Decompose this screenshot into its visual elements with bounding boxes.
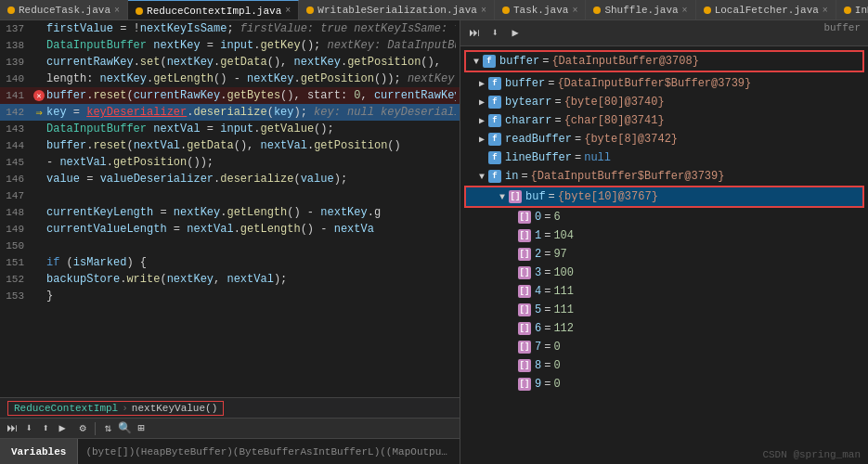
code-line-146: 146 value = valueDeserializer.deserializ… (0, 171, 460, 187)
debug-toolbar: ⏭ ⬇ ▶ buffer (460, 20, 868, 46)
editor-panel: 137 firstValue = !nextKeyIsSame; firstVa… (0, 20, 460, 464)
tree-item-in[interactable]: ▼ f in = {DataInputBuffer$Buffer@3739} (460, 167, 868, 186)
field-icon-readbuffer: f (488, 133, 501, 146)
arr-icon-8: [] (518, 359, 531, 372)
variables-panel: Variables (byte[])(HeapByteBuffer)(ByteB… (0, 438, 460, 464)
tree-item-bytearr[interactable]: ▶ f bytearr = {byte[80]@3740} (460, 93, 868, 111)
tree-item-idx-5[interactable]: ▶ [] 5 = 111 (460, 301, 868, 319)
separator (95, 422, 96, 435)
field-icon-buffer: f (488, 77, 501, 90)
tree-item-idx-2[interactable]: ▶ [] 2 = 97 (460, 245, 868, 264)
tab-icon-local-fetcher (704, 6, 711, 14)
code-line-147: 147 (0, 187, 460, 204)
field-icon-bytearr: f (488, 96, 501, 109)
step-out-button[interactable]: ⬆ (37, 420, 54, 437)
tree-item-chararr[interactable]: ▶ f chararr = {char[80]@3741} (460, 111, 868, 130)
tab-reduce-task[interactable]: ReduceTask.java × (0, 0, 128, 20)
tree-item-idx-7[interactable]: ▶ [] 7 = 0 (460, 338, 868, 356)
arr-icon-4: [] (518, 285, 531, 298)
code-line-137: 137 firstValue = !nextKeyIsSame; firstVa… (0, 20, 460, 37)
resume-button[interactable]: ▶ (54, 420, 71, 437)
tree-item-buffer-root[interactable]: ▼ f buffer = {DataInputBuffer@3708} (466, 52, 862, 71)
breadcrumb-bar: ReduceContextImpl › nextKeyValue() (0, 397, 460, 418)
variables-content: (byte[])(HeapByteBuffer)(ByteBufferAsInt… (78, 446, 460, 458)
editor-debug-row: 137 firstValue = !nextKeyIsSame; firstVa… (0, 20, 868, 464)
tree-item-idx-6[interactable]: ▶ [] 6 = 112 (460, 319, 868, 338)
code-line-141: 141 ✕ buffer.reset(currentRawKey.getByte… (0, 87, 460, 104)
expand-button[interactable]: ⊞ (133, 420, 149, 437)
step-into-button[interactable]: ⬇ (20, 420, 37, 437)
tab-writable-serialization[interactable]: WritableSerialization.java × (299, 0, 495, 20)
close-icon[interactable]: × (682, 6, 688, 16)
code-line-153: 153 } (0, 288, 460, 304)
tab-task[interactable]: Task.java × (495, 0, 586, 20)
debug-step-over[interactable]: ⏭ (466, 25, 483, 42)
buf-node-box: ▼ [] buf = {byte[10]@3767} (464, 186, 864, 208)
code-line-142: 142 ⇒ key = keyDeserializer.deserialize(… (0, 104, 460, 121)
tab-icon-reduce-context-impl (136, 7, 143, 15)
code-line-138: 138 DataInputBuffer nextKey = input.getK… (0, 37, 460, 54)
code-line-145: 145 - nextVal.getPosition()); (0, 154, 460, 171)
arr-icon-9: [] (518, 378, 531, 391)
code-line-152: 152 backupStore.write(nextKey, nextVal); (0, 271, 460, 288)
filter-button[interactable]: 🔍 (116, 420, 133, 437)
tab-reduce-context-impl[interactable]: ReduceContextImpl.java × (128, 0, 299, 20)
arr-icon-3: [] (518, 266, 531, 279)
debug-step-into[interactable]: ⬇ (486, 25, 503, 42)
tab-icon-in-memory-map-output (844, 6, 851, 14)
tree-item-idx-4[interactable]: ▶ [] 4 = 111 (460, 282, 868, 301)
arr-icon-2: [] (518, 248, 531, 261)
sort-button[interactable]: ⇅ (99, 420, 116, 437)
tab-bar: ReduceTask.java × ReduceContextImpl.java… (0, 0, 868, 20)
field-icon-in: f (488, 170, 501, 183)
close-icon[interactable]: × (285, 6, 291, 16)
tab-icon-reduce-task (7, 6, 15, 14)
field-icon-linebuffer: f (488, 151, 501, 164)
buffer-label: buffer (823, 22, 861, 33)
close-icon[interactable]: × (823, 6, 828, 16)
tab-icon-task (502, 6, 510, 14)
arr-icon-5: [] (518, 303, 531, 316)
code-line-148: 148 currentKeyLength = nextKey.getLength… (0, 204, 460, 221)
watermark: CSDN @spring_man (762, 449, 861, 460)
arr-icon-buf: [] (509, 190, 522, 203)
step-over-button[interactable]: ⏭ (4, 420, 20, 437)
debug-panel: ⏭ ⬇ ▶ buffer ▼ f buffer = {DataInputBuff… (460, 20, 868, 464)
debug-resume[interactable]: ▶ (507, 25, 524, 42)
tree-item-idx-0[interactable]: ▶ [] 0 = 6 (460, 208, 868, 226)
field-icon-chararr: f (488, 114, 501, 127)
tree-item-readbuffer[interactable]: ▶ f readBuffer = {byte[8]@3742} (460, 130, 868, 148)
arr-icon-7: [] (518, 341, 531, 354)
code-line-140: 140 length: nextKey.getLength() - nextKe… (0, 71, 460, 87)
code-line-143: 143 DataInputBuffer nextVal = input.getV… (0, 121, 460, 137)
variables-tab[interactable]: Variables (0, 439, 78, 464)
panel-toolbar: ⏭ ⬇ ⬆ ▶ ⚙ ⇅ 🔍 ⊞ (0, 418, 460, 438)
tree-item-idx-3[interactable]: ▶ [] 3 = 100 (460, 264, 868, 282)
tree-item-buf[interactable]: ▼ [] buf = {byte[10]@3767} (466, 187, 862, 206)
tree-item-buffer-in[interactable]: ▶ f buffer = {DataInputBuffer$Buffer@373… (460, 74, 868, 93)
code-line-150: 150 (0, 238, 460, 254)
arr-icon-6: [] (518, 322, 531, 335)
close-icon[interactable]: × (572, 6, 577, 16)
current-line-arrow: ⇒ (35, 106, 42, 120)
debug-tree[interactable]: ▼ f buffer = {DataInputBuffer@3708} ▶ f … (460, 46, 868, 464)
tree-item-idx-9[interactable]: ▶ [] 9 = 0 (460, 375, 868, 393)
app-container: ReduceTask.java × ReduceContextImpl.java… (0, 0, 868, 464)
close-icon[interactable]: × (481, 6, 486, 16)
code-line-139: 139 currentRawKey.set(nextKey.getData(),… (0, 54, 460, 71)
error-indicator: ✕ (33, 90, 45, 101)
tab-local-fetcher[interactable]: LocalFetcher.java × (696, 0, 836, 20)
close-icon[interactable]: × (114, 6, 120, 16)
breadcrumb-box: ReduceContextImpl › nextKeyValue() (7, 401, 224, 416)
tree-item-idx-1[interactable]: ▶ [] 1 = 104 (460, 226, 868, 245)
code-line-149: 149 currentValueLength = nextVal.getLeng… (0, 221, 460, 238)
field-icon-buffer-root: f (483, 55, 496, 68)
settings-button[interactable]: ⚙ (74, 420, 91, 437)
tree-item-linebuffer[interactable]: ▶ f lineBuffer = null (460, 148, 868, 167)
code-line-151: 151 if (isMarked) { (0, 254, 460, 271)
arr-icon-1: [] (518, 229, 531, 242)
tab-shuffle[interactable]: Shuffle.java × (586, 0, 695, 20)
tab-in-memory-map-output[interactable]: InMemoryMapOutput.java × (836, 0, 868, 20)
tab-icon-shuffle (593, 6, 601, 14)
tree-item-idx-8[interactable]: ▶ [] 8 = 0 (460, 356, 868, 375)
